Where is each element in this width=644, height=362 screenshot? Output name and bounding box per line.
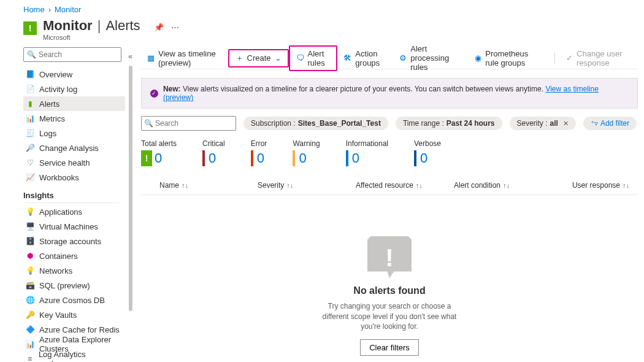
filter-row: 🔍 Subscription : Sites_Base_Portal_Test … [141, 116, 638, 131]
empty-state: No alerts found Try changing your search… [141, 195, 638, 360]
log-analytics-icon: ≡ [26, 355, 34, 362]
breadcrumb: Home › Monitor [0, 0, 644, 17]
add-filter-icon: ⁺▿ [591, 119, 598, 128]
data-explorer-icon: 📊 [26, 340, 34, 349]
activity-log-icon: 📄 [26, 85, 34, 93]
pin-icon[interactable]: 📌 [154, 23, 164, 32]
main-content: ▦View as timeline (preview) ＋Create⌄ 🗨Al… [129, 47, 644, 360]
sql-icon: 🗃️ [26, 281, 34, 290]
sort-icon: ↑↓ [182, 182, 188, 189]
action-groups-button[interactable]: 🛠Action groups [337, 45, 393, 71]
table-header: Name↑↓ Severity↑↓ Affected resource↑↓ Al… [141, 176, 638, 195]
filter-severity[interactable]: Severity : all✕ [510, 117, 576, 130]
sidebar-item-alerts[interactable]: ▮Alerts [23, 96, 125, 111]
title-divider: | [98, 18, 101, 34]
summary-verbose[interactable]: Verbose0 [414, 139, 441, 166]
alert-rules-button[interactable]: 🗨Alert rules [289, 45, 338, 71]
col-severity[interactable]: Severity↑↓ [258, 181, 356, 190]
alert-processing-button[interactable]: ⚙Alert processing rules [393, 40, 469, 75]
view-timeline-button[interactable]: ▦View as timeline (preview) [141, 45, 228, 71]
alert-rules-icon: 🗨 [296, 53, 304, 63]
search-icon: 🔍 [144, 119, 153, 128]
chevron-down-icon: ⌄ [275, 53, 282, 63]
summary-critical[interactable]: Critical0 [202, 139, 225, 166]
sidebar-item-logs[interactable]: 🧾Logs [23, 126, 125, 141]
sidebar-scrollbar[interactable] [129, 66, 132, 311]
total-icon [141, 150, 152, 166]
sort-icon: ↑↓ [416, 182, 423, 189]
sidebar-item-activity-log[interactable]: 📄Activity log [23, 82, 125, 96]
more-icon[interactable]: ⋯ [171, 23, 179, 32]
toolbar: ▦View as timeline (preview) ＋Create⌄ 🗨Al… [141, 47, 638, 69]
sidebar-item-vms[interactable]: 🖥️Virtual Machines [23, 219, 125, 234]
search-icon: 🔍 [27, 50, 36, 59]
metrics-icon: 📊 [26, 114, 34, 123]
sidebar-item-applications[interactable]: 💡Applications [23, 204, 125, 219]
col-name[interactable]: Name↑↓ [159, 181, 258, 190]
networks-icon: 💡 [26, 266, 34, 275]
page-publisher: Microsoft [43, 34, 140, 41]
col-condition[interactable]: Alert condition↑↓ [454, 181, 552, 190]
sidebar-item-workbooks[interactable]: 📈Workbooks [23, 170, 125, 185]
sidebar-item-networks[interactable]: 💡Networks [23, 263, 125, 278]
sidebar-item-storage[interactable]: 🗄️Storage accounts [23, 234, 125, 248]
sidebar-item-overview[interactable]: 📘Overview [23, 67, 125, 82]
containers-icon: ⬢ [26, 252, 34, 260]
summary-total[interactable]: Total alerts0 [141, 139, 177, 166]
sidebar-item-sql[interactable]: 🗃️SQL (preview) [23, 278, 125, 293]
col-resource[interactable]: Affected resource↑↓ [356, 181, 454, 190]
prometheus-button[interactable]: ◉Prometheus rule groups [469, 45, 550, 71]
info-banner: New: View alerts visualized on a timelin… [141, 78, 638, 109]
sort-icon: ↑↓ [503, 182, 510, 189]
sort-icon: ↑↓ [623, 182, 629, 189]
overview-icon: 📘 [26, 70, 34, 79]
empty-title: No alerts found [353, 285, 425, 296]
monitor-alert-icon [23, 21, 37, 35]
alerts-search-input[interactable] [141, 116, 236, 131]
check-icon: ✓ [566, 53, 573, 63]
breadcrumb-home[interactable]: Home [23, 5, 45, 14]
workbooks-icon: 📈 [26, 173, 34, 182]
summary-warning[interactable]: Warning0 [293, 139, 320, 166]
change-user-response-button: ✓Change user response [560, 45, 638, 71]
sidebar-insights-title: Insights [23, 191, 119, 203]
toolbar-separator [554, 53, 555, 64]
plus-icon: ＋ [236, 53, 243, 64]
close-icon[interactable]: ✕ [563, 120, 569, 128]
filter-time-range[interactable]: Time range : Past 24 hours [396, 117, 502, 130]
sidebar-item-metrics[interactable]: 📊Metrics [23, 111, 125, 126]
sidebar-item-service-health[interactable]: ♡Service health [23, 155, 125, 170]
breadcrumb-sep: › [48, 5, 51, 14]
create-button[interactable]: ＋Create⌄ [228, 49, 289, 67]
sidebar-item-keyvaults[interactable]: 🔑Key Vaults [23, 307, 125, 322]
page-title-service: Monitor [43, 18, 93, 34]
service-health-icon: ♡ [26, 158, 34, 167]
new-badge-icon [150, 90, 158, 98]
sidebar-item-containers[interactable]: ⬢Containers [23, 248, 125, 263]
summary-row: Total alerts0 Critical0 Error0 Warning0 … [141, 139, 638, 166]
breadcrumb-monitor[interactable]: Monitor [55, 5, 81, 14]
sidebar-item-cosmos[interactable]: 🌐Azure Cosmos DB [23, 293, 125, 307]
action-groups-icon: 🛠 [343, 53, 351, 63]
sidebar-item-log-analytics[interactable]: ≡Log Analytics workspaces [23, 352, 125, 362]
empty-subtitle: Try changing your search or choose a dif… [316, 301, 463, 332]
clear-filters-button[interactable]: Clear filters [360, 339, 419, 356]
add-filter-button[interactable]: ⁺▿Add filter [583, 117, 637, 130]
filter-subscription[interactable]: Subscription : Sites_Base_Portal_Test [243, 117, 388, 130]
summary-informational[interactable]: Informational0 [346, 139, 388, 166]
cosmos-icon: 🌐 [26, 296, 34, 304]
vm-icon: 🖥️ [26, 222, 34, 231]
sort-icon: ↑↓ [286, 182, 293, 189]
empty-alert-icon [367, 236, 412, 280]
applications-icon: 💡 [26, 207, 34, 216]
redis-icon: 🔷 [26, 325, 34, 334]
prometheus-icon: ◉ [475, 53, 481, 63]
alerts-icon: ▮ [26, 99, 34, 108]
collapse-sidebar-icon[interactable]: « [128, 52, 132, 61]
summary-error[interactable]: Error0 [251, 139, 267, 166]
sidebar-search-input[interactable] [23, 47, 121, 62]
change-analysis-icon: 🔎 [26, 144, 34, 152]
sidebar-item-change-analysis[interactable]: 🔎Change Analysis [23, 141, 125, 155]
processing-icon: ⚙ [399, 53, 407, 63]
col-response[interactable]: User response↑↓ [552, 181, 638, 190]
